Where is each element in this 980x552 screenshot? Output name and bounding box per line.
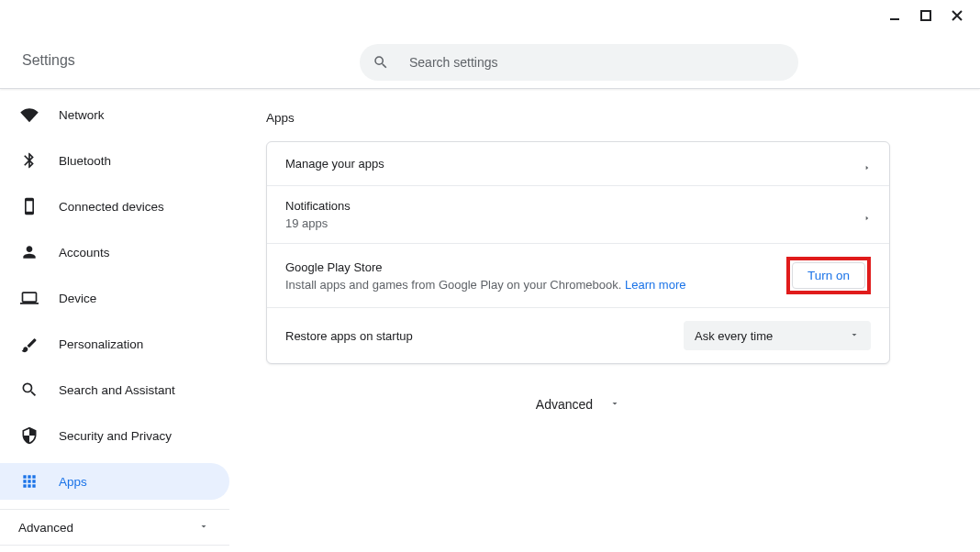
search-icon <box>20 381 39 399</box>
sidebar-item-label: Bluetooth <box>59 154 111 168</box>
sidebar-item-personalization[interactable]: Personalization <box>0 326 229 362</box>
brush-icon <box>20 335 39 353</box>
content-area: Apps Manage your apps Notifications 19 a… <box>229 89 980 552</box>
sidebar-item-accounts[interactable]: Accounts <box>0 234 229 270</box>
bluetooth-icon <box>20 151 39 170</box>
learn-more-link[interactable]: Learn more <box>625 278 685 292</box>
restore-apps-select[interactable]: Ask every time <box>684 321 871 350</box>
advanced-label: Advanced <box>536 397 593 412</box>
search-input[interactable] <box>409 55 785 70</box>
sidebar: Network Bluetooth Connected devices Acco… <box>0 89 229 552</box>
chevron-right-icon <box>863 160 871 168</box>
search-icon <box>373 54 389 71</box>
sidebar-item-apps[interactable]: Apps <box>0 463 229 500</box>
chevron-down-icon <box>609 397 620 412</box>
sidebar-item-connected-devices[interactable]: Connected devices <box>0 188 229 225</box>
row-primary-text: Notifications <box>285 199 351 213</box>
play-description: Install apps and games from Google Play … <box>285 278 625 292</box>
content-advanced-toggle[interactable]: Advanced <box>266 397 890 412</box>
row-secondary-text: Install apps and games from Google Play … <box>285 278 685 292</box>
row-secondary-text: 19 apps <box>285 216 351 230</box>
section-title: Apps <box>266 111 943 125</box>
phone-icon <box>20 197 39 215</box>
chevron-down-icon <box>849 329 860 343</box>
sidebar-advanced-toggle[interactable]: Advanced <box>0 509 229 546</box>
sidebar-item-search-assistant[interactable]: Search and Assistant <box>0 371 229 408</box>
sidebar-item-label: Device <box>59 292 96 305</box>
apps-settings-card: Manage your apps Notifications 19 apps G… <box>266 141 890 364</box>
row-restore-apps: Restore apps on startup Ask every time <box>267 308 889 363</box>
advanced-label: Advanced <box>18 521 73 535</box>
row-manage-apps[interactable]: Manage your apps <box>267 142 889 186</box>
sidebar-item-security-privacy[interactable]: Security and Privacy <box>0 417 229 454</box>
chevron-right-icon <box>863 211 871 218</box>
sidebar-item-label: Search and Assistant <box>59 383 175 397</box>
select-value: Ask every time <box>695 329 773 343</box>
shield-icon <box>20 426 39 445</box>
chevron-down-icon <box>198 521 209 535</box>
search-bar[interactable] <box>360 44 798 81</box>
sidebar-item-bluetooth[interactable]: Bluetooth <box>0 142 229 179</box>
sidebar-item-label: Connected devices <box>59 200 164 214</box>
wifi-icon <box>20 105 39 124</box>
sidebar-item-device[interactable]: Device <box>0 280 229 316</box>
apps-grid-icon <box>20 472 39 491</box>
sidebar-item-label: Accounts <box>59 246 110 259</box>
row-notifications[interactable]: Notifications 19 apps <box>267 186 889 244</box>
highlight-annotation: Turn on <box>786 257 871 294</box>
sidebar-item-label: Network <box>59 108 105 122</box>
person-icon <box>20 243 39 261</box>
header: Settings <box>0 0 980 89</box>
row-primary-text: Manage your apps <box>285 157 384 171</box>
sidebar-item-label: Apps <box>59 475 87 489</box>
row-google-play-store: Google Play Store Install apps and games… <box>267 244 889 308</box>
row-primary-text: Google Play Store <box>285 260 685 274</box>
page-title: Settings <box>22 52 75 69</box>
laptop-icon <box>20 289 39 307</box>
turn-on-button[interactable]: Turn on <box>792 262 865 289</box>
sidebar-item-network[interactable]: Network <box>0 96 229 133</box>
sidebar-item-label: Personalization <box>59 337 143 351</box>
sidebar-item-label: Security and Privacy <box>59 429 172 443</box>
row-primary-text: Restore apps on startup <box>285 329 413 343</box>
